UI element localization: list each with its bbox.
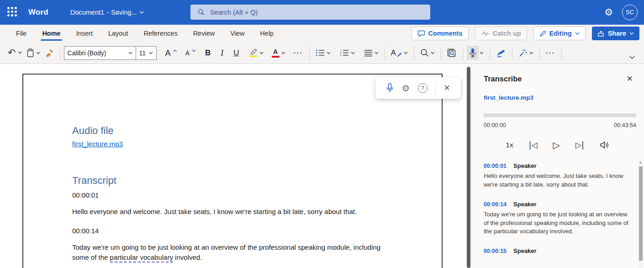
tab-layout[interactable]: Layout [100,25,136,42]
tab-view[interactable]: View [222,25,252,42]
tab-home[interactable]: Home [34,25,68,42]
doc-timestamp: 00:00:01 [72,191,401,199]
shrink-font-button[interactable]: A [183,47,198,59]
transcript-entry[interactable]: 00:00:01 Speaker Hello everyone and welc… [484,162,624,189]
editor-suggestion-underline[interactable]: particular vocabulary [110,253,173,263]
entry-timestamp[interactable]: 00:00:01 [484,163,507,169]
playback-speed-button[interactable]: 1x [506,141,513,149]
italic-button[interactable]: I [218,47,226,59]
find-button[interactable] [418,46,437,59]
text-highlight-button[interactable] [247,46,266,59]
dictation-help-button[interactable]: ? [418,83,428,93]
comments-button[interactable]: Comments [412,27,469,40]
bullet-list-button[interactable] [313,47,333,59]
catch-up-button[interactable]: Catch up [475,27,527,40]
chevron-down-icon [529,52,533,54]
total-time: 00:43:54 [614,122,636,129]
chevron-down-icon [575,32,580,35]
chevron-down-icon [259,52,264,54]
play-icon[interactable]: ▷ [553,139,560,150]
document-scrollbar[interactable] [467,67,470,268]
chevron-down-icon [327,52,331,54]
copilot-button[interactable] [516,46,536,60]
panel-close-icon[interactable]: ✕ [627,74,633,84]
scrollbar-thumb[interactable] [639,166,643,261]
editor-button[interactable] [494,47,508,59]
home-ribbon-toolbar: ↶ Calibri (Body) 11 A A B I U [0,42,644,64]
magic-wand-icon [518,48,528,58]
format-painter-button[interactable] [42,46,56,60]
dictate-mic-button[interactable] [386,83,394,93]
microphone-icon [386,83,394,93]
dictation-close-icon[interactable]: ✕ [443,83,450,93]
entry-timestamp[interactable]: 00:00:15 [484,248,507,254]
underline-button[interactable]: U [231,47,241,59]
tab-help[interactable]: Help [252,25,281,42]
undo-icon: ↶ [8,48,16,57]
search-bar[interactable] [190,5,430,20]
app-header: Word Document1 - Saving... ⚙ SC [0,0,644,25]
grow-font-button[interactable]: A [163,47,179,59]
tab-references[interactable]: References [136,25,185,42]
chevron-down-icon [404,52,408,54]
skip-forward-icon[interactable]: ▷| [575,140,584,150]
dictation-settings-gear-icon[interactable]: ⚙ [402,84,410,93]
scrollbar-thumb[interactable] [467,67,470,268]
tab-review[interactable]: Review [185,25,223,42]
transcribe-panel: Transcribe ✕ first_lecture.mp3 00:00:00 … [471,64,644,268]
entry-speaker: Speaker [513,162,537,169]
tab-insert[interactable]: Insert [69,25,100,42]
transcript-entry[interactable]: 00:00:14 Speaker Today we're um going to… [484,201,624,236]
format-painter-icon [45,48,54,58]
chevron-down-icon [629,56,635,59]
transcript-scrollbar[interactable]: ▲ [638,159,643,268]
bold-button[interactable]: B [203,47,213,59]
editing-mode-button[interactable]: Editing [533,27,586,40]
ribbon-tab-bar: File Home Insert Layout References Revie… [0,25,644,42]
svg-text:3: 3 [340,54,341,57]
font-size-select[interactable]: 11 [136,46,157,60]
editor-pen-icon [496,49,506,57]
divider [435,82,436,94]
volume-icon[interactable] [600,141,610,149]
alignment-button[interactable] [362,47,381,59]
more-font-options-button[interactable]: ··· [291,47,306,59]
paste-button[interactable] [24,46,42,60]
numbered-list-icon: 123 [340,49,349,57]
dictate-dropdown[interactable] [479,49,486,57]
entry-speaker: Speaker [513,201,537,208]
scroll-up-arrow-icon[interactable]: ▲ [638,159,643,164]
chevron-down-icon [351,52,355,54]
styles-button[interactable]: A [389,47,410,59]
doc-audio-file-link[interactable]: first_lecture.mp3 [72,140,123,148]
collapse-ribbon-button[interactable] [626,54,639,61]
chevron-down-icon [375,52,379,54]
save-status: - Saving... [107,9,137,16]
app-launcher-icon[interactable] [7,7,18,18]
entry-speaker: Speaker [513,247,537,254]
chevron-down-icon [149,52,153,54]
skip-back-icon[interactable]: |◁ [529,140,538,150]
search-input[interactable] [210,9,411,16]
tab-file[interactable]: File [8,25,34,42]
dictate-button[interactable] [467,46,479,60]
panel-audio-file-link[interactable]: first_lecture.mp3 [484,94,644,101]
document-title-menu[interactable]: Document1 - Saving... [70,9,144,16]
settings-gear-icon[interactable]: ⚙ [604,8,613,17]
document-canvas: Audio file first_lecture.mp3 Transcript … [0,64,467,268]
font-name-select[interactable]: Calibri (Body) [64,46,136,60]
transcript-entry[interactable]: 00:00:15 Speaker [484,247,624,254]
more-commands-button[interactable]: ··· [544,47,558,59]
entry-timestamp[interactable]: 00:00:14 [484,201,507,208]
pulse-icon [481,31,490,36]
undo-button[interactable]: ↶ [5,46,24,59]
document-page[interactable]: Audio file first_lecture.mp3 Transcript … [22,74,443,268]
chevron-down-icon [480,52,484,54]
numbered-list-button[interactable]: 123 [338,47,357,59]
share-button[interactable]: Share [592,27,639,40]
avatar[interactable]: SC [622,5,638,20]
navigation-search-button[interactable] [445,46,459,60]
doc-heading-audio-file: Audio file [72,125,401,137]
font-color-button[interactable]: A [269,46,288,60]
audio-progress-bar[interactable] [484,113,636,117]
